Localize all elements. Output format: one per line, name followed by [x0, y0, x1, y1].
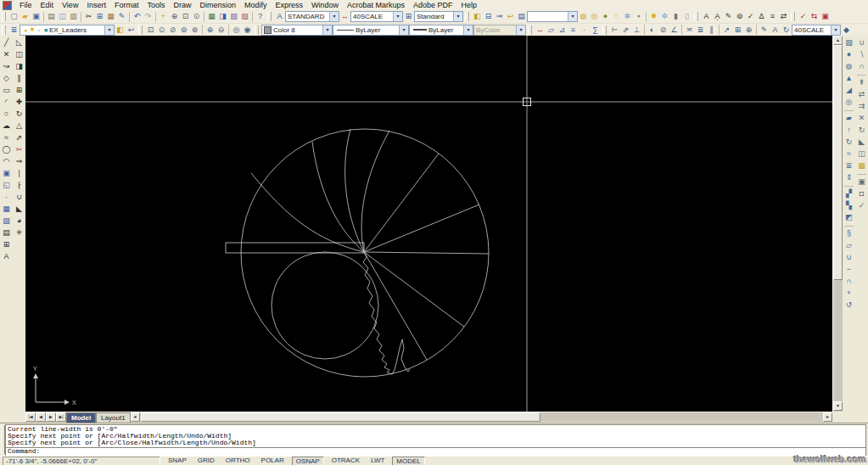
color-faces-button[interactable]: ▩ — [856, 160, 867, 171]
scroll-down-button[interactable]: ▼ — [833, 401, 843, 411]
new-file-button[interactable]: ▢ — [8, 11, 20, 22]
layer-previous-button[interactable]: ↩ — [505, 11, 516, 22]
dim-ordinate-button[interactable]: ⊥ — [631, 25, 642, 36]
zoom-in-button[interactable]: ⊕ — [204, 25, 216, 36]
check-standards-button[interactable]: ✓ — [798, 11, 809, 22]
layer-unlock[interactable]: ▫ — [36, 27, 42, 33]
zoom-previous-button[interactable]: ⊙ — [191, 11, 202, 22]
chevron-down-icon[interactable]: ▾ — [393, 12, 402, 21]
toolbar-grip[interactable] — [2, 25, 6, 35]
zoom-realtime-button[interactable]: ⊕ — [169, 11, 180, 22]
copy-faces-button[interactable]: ◫ — [856, 148, 867, 160]
table-style-combo[interactable]: Standard ▾ — [414, 11, 463, 22]
spell-check-button[interactable]: ✓ — [745, 11, 756, 22]
scroll-left-button[interactable]: ◄ — [131, 412, 140, 422]
drawing-area[interactable]: XY — [25, 36, 832, 412]
layer-on-button[interactable]: ○ — [611, 11, 622, 22]
zoom-extents-button[interactable]: ◉ — [242, 25, 253, 36]
helix-button[interactable]: § — [843, 228, 854, 239]
find-replace-button[interactable]: ⊚ — [734, 11, 745, 22]
plot-button[interactable]: ▤ — [46, 11, 57, 22]
menu-acrobat-markups[interactable]: Acrobat Markups — [343, 1, 409, 10]
dim-diameter-button[interactable]: ⊘ — [658, 25, 669, 36]
table-style-button[interactable]: ⊞ — [403, 11, 414, 22]
menu-view[interactable]: View — [58, 1, 82, 10]
break-at-point-button[interactable]: ∣ — [14, 168, 25, 179]
menu-file[interactable]: File — [15, 1, 36, 10]
publish-button[interactable]: ▥ — [68, 11, 79, 22]
array-button[interactable]: ⊞ — [14, 85, 25, 96]
layer-thaw-sun[interactable]: ✹ — [29, 26, 36, 33]
slice-button[interactable]: ▞ — [843, 188, 854, 199]
interfere-button[interactable]: ◩ — [843, 212, 854, 223]
dimension-style-combo[interactable]: 40SCALE ▾ — [792, 25, 841, 36]
properties-palette-button[interactable]: ◨ — [217, 11, 228, 22]
zoom-out-button[interactable]: ⊖ — [216, 25, 227, 36]
copy-button[interactable]: ⊞ — [94, 11, 105, 22]
toolbar-grip[interactable] — [602, 25, 607, 35]
list-button[interactable]: ≡ — [568, 25, 579, 36]
pan-realtime-button[interactable]: + — [158, 11, 169, 22]
dim-text-edit-button[interactable]: A — [770, 25, 781, 36]
subtract-button[interactable]: − — [843, 264, 854, 275]
toolbar-grip[interactable] — [528, 25, 532, 35]
scale-text-button[interactable]: ∆ — [756, 11, 767, 22]
dim-baseline-button[interactable]: ≣ — [695, 25, 706, 36]
dim-style-manager-button[interactable]: ◆ — [841, 25, 852, 36]
imprint-button[interactable]: ▣ — [856, 176, 867, 188]
coordinate-readout[interactable]: -71'-6 3/4", -5.0666E+02, 0'-0" — [3, 457, 160, 465]
tab-model[interactable]: Model — [66, 412, 96, 423]
vertical-scroll-thumb[interactable] — [833, 45, 843, 280]
fillet-button[interactable]: ◕ — [14, 216, 25, 227]
cut-button[interactable]: ✂ — [83, 11, 94, 22]
vertical-scrollbar[interactable]: ▲ ▼ — [832, 36, 843, 412]
menu-tools[interactable]: Tools — [143, 1, 169, 10]
chevron-down-icon[interactable]: ▾ — [831, 25, 840, 35]
cylinder-button[interactable]: ◍ — [843, 61, 854, 72]
convert-distance-button[interactable]: ⇄ — [778, 11, 789, 22]
redo-button[interactable]: ↷ — [143, 11, 154, 22]
layer-combo[interactable]: ●✹▫■ EX_Leaders ▾ — [20, 25, 115, 36]
sphere-button[interactable]: ● — [843, 49, 854, 60]
menu-express[interactable]: Express — [272, 1, 308, 10]
ortho-toggle[interactable]: ORTHO — [222, 457, 254, 465]
tab-layout1[interactable]: Layout1 — [96, 412, 130, 423]
ellipse-button[interactable]: ◯ — [1, 144, 12, 155]
sweep-button[interactable]: ≈ — [843, 148, 854, 160]
toolbar-grip[interactable] — [791, 12, 795, 21]
menu-insert[interactable]: Insert — [82, 1, 110, 10]
chevron-down-icon[interactable]: ▾ — [104, 25, 114, 35]
union-button[interactable]: ∪ — [856, 37, 867, 48]
section-button[interactable]: ▚ — [843, 200, 854, 211]
box-button[interactable]: ▧ — [843, 37, 854, 48]
zoom-window-button[interactable]: ⊡ — [180, 11, 191, 22]
intersect-button[interactable]: ∩ — [843, 276, 854, 287]
scroll-right-button[interactable]: ► — [823, 412, 832, 422]
make-object-layer-current-button[interactable]: ◧ — [472, 11, 483, 22]
extend-button[interactable]: ⇒ — [14, 156, 25, 167]
dim-continue-button[interactable]: ∥ — [706, 25, 717, 36]
stretch-button[interactable]: ⇗ — [14, 132, 25, 143]
menu-dimension[interactable]: Dimension — [195, 1, 240, 10]
shell-button[interactable]: ◘ — [856, 188, 867, 199]
lock-layer-button[interactable]: ▮ — [670, 11, 681, 22]
toolbar-grip[interactable] — [694, 12, 698, 21]
make-block-button[interactable]: ◱ — [1, 180, 12, 191]
erase-button[interactable]: ◺ — [14, 37, 25, 48]
union-button[interactable]: ∪ — [843, 252, 854, 263]
region-button[interactable]: ▤ — [1, 227, 12, 238]
spline-button[interactable]: ≈ — [1, 132, 12, 143]
scroll-up-button[interactable]: ▲ — [833, 36, 843, 45]
app-icon[interactable] — [3, 1, 12, 10]
layer-color-swatch[interactable]: ■ — [42, 27, 49, 33]
ellipse-arc-button[interactable]: ◠ — [1, 156, 12, 167]
3d-move-button[interactable]: + — [843, 288, 854, 299]
layer-lock-button[interactable]: ▪ — [633, 11, 644, 22]
otrack-toggle[interactable]: OTRACK — [328, 457, 363, 465]
toolbar-grip[interactable] — [255, 25, 259, 35]
zoom-dynamic-button[interactable]: ⊙ — [156, 25, 167, 36]
tab-next[interactable]: ▶ — [46, 412, 56, 422]
3d-rotate-button[interactable]: ↺ — [843, 300, 854, 311]
wedge-button[interactable]: ◢ — [843, 85, 854, 96]
layer-previous-button[interactable]: ↩ — [126, 25, 137, 36]
